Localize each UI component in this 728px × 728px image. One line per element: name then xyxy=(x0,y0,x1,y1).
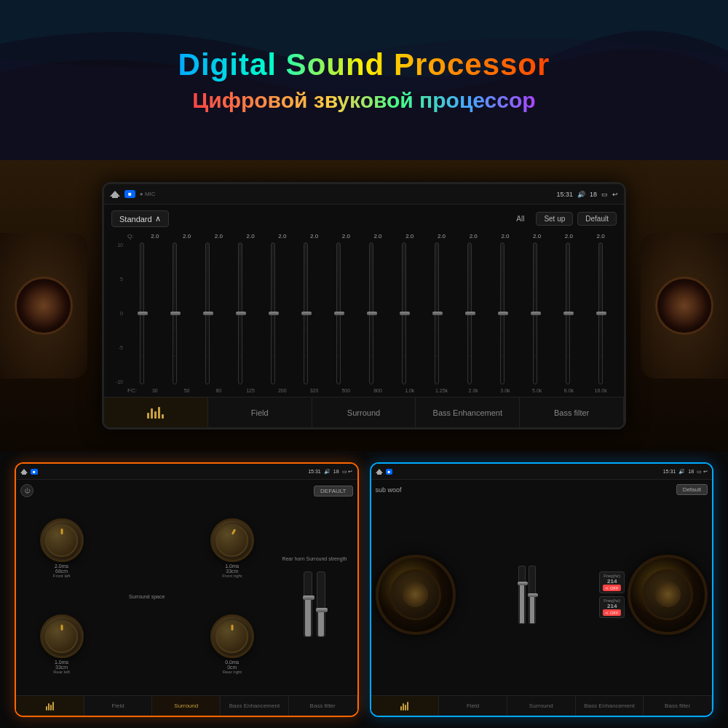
sub-header-row: sub woof Default xyxy=(376,484,708,495)
eq-slider-5[interactable] xyxy=(290,242,321,384)
left-tab-bass-filter[interactable]: Bass filter xyxy=(289,696,357,716)
bottom-section: ■ 15:31 🔊 18 ▭ ↩ ⏻ DEFAULT xyxy=(0,451,728,728)
tab-field[interactable]: Field xyxy=(208,397,312,427)
grid-line-3 xyxy=(173,355,176,356)
eq-slider-11[interactable] xyxy=(487,242,518,384)
left-tab-field[interactable]: Field xyxy=(84,696,153,716)
crossover-switch-1[interactable]: Freq(hz) 214 ≺ OFF xyxy=(599,571,625,593)
q-val-14: 2.0 xyxy=(585,233,617,240)
crossover-fill-2 xyxy=(530,595,534,623)
knob-circle-rear-right[interactable] xyxy=(210,614,254,658)
knob-marker-rear-right xyxy=(231,625,233,630)
right-tab-surround[interactable]: Surround xyxy=(507,696,576,716)
eq-track-4 xyxy=(271,242,275,384)
eq-handle-13 xyxy=(563,312,574,315)
knob-circle-front-right[interactable] xyxy=(210,518,254,562)
eq-slider-7[interactable] xyxy=(355,242,387,384)
tab-bass-filter[interactable]: Bass filter xyxy=(520,397,624,427)
eq-track-10 xyxy=(467,242,472,384)
eq-fc-row: FC: 3050801252003205008001.0k1.25k2.0k3.… xyxy=(111,387,617,394)
grid-line-1 xyxy=(272,299,274,300)
rear-slider-2[interactable] xyxy=(317,571,325,637)
power-button-left[interactable]: ⏻ xyxy=(20,484,33,497)
eq-slider-2[interactable] xyxy=(191,242,223,384)
eq-slider-1[interactable] xyxy=(159,242,190,384)
eq-slider-12[interactable] xyxy=(520,242,551,384)
eq-track-6 xyxy=(336,242,341,384)
q-val-0: 2.0 xyxy=(139,233,171,240)
right-status-left: ■ xyxy=(376,469,393,475)
right-tab-bass-filter[interactable]: Bass filter xyxy=(644,696,712,716)
left-tab-eq[interactable] xyxy=(16,696,84,716)
eq-slider-4[interactable] xyxy=(257,242,288,384)
tab-surround[interactable]: Surround xyxy=(312,397,416,427)
default-button-right[interactable]: Default xyxy=(676,484,708,495)
crossover-switch-2[interactable]: Freq(hz) 214 ≺ OFF xyxy=(599,596,625,618)
knob-pos-front-right: Front right xyxy=(222,574,242,578)
left-tab-bass-enhance[interactable]: Bass Enhancement xyxy=(221,696,289,716)
eq-slider-6[interactable] xyxy=(323,242,354,384)
grid-line-1 xyxy=(435,299,438,300)
eq-track-14 xyxy=(598,242,603,384)
eq-handle-10 xyxy=(465,312,475,315)
eq-slider-8[interactable] xyxy=(389,242,420,384)
crossover-track-2[interactable] xyxy=(529,566,536,624)
right-volume-icon: 🔊 xyxy=(678,469,685,475)
eq-track-11 xyxy=(500,242,505,384)
eq-track-8 xyxy=(402,242,406,384)
sub-body: Freq(hz) 214 ≺ OFF Freq(hz) 214 ≺ OFF xyxy=(376,498,708,691)
eq-handle-12 xyxy=(531,312,541,315)
preset-button[interactable]: Standard ∧ xyxy=(111,210,169,227)
fc-val-0: 30 xyxy=(139,388,171,393)
eq-sliders xyxy=(126,242,617,384)
default-button-left[interactable]: DEFAULT xyxy=(314,486,352,496)
eq-slider-14[interactable] xyxy=(585,242,617,384)
right-tab-eq[interactable] xyxy=(371,696,440,716)
knob-label-rear-left: 33cm xyxy=(55,665,68,670)
grid-line-2 xyxy=(534,328,537,328)
all-button[interactable]: All xyxy=(509,213,531,225)
grid-line-1 xyxy=(304,299,307,300)
chevron-up-icon: ∧ xyxy=(155,214,161,223)
grid-line-2 xyxy=(206,328,209,328)
right-speaker-center xyxy=(655,582,681,607)
eq-slider-13[interactable] xyxy=(553,242,584,384)
eq-area: Q: 2.0 2.0 2.0 2.0 2.0 2.0 2.0 2.0 2.0 2… xyxy=(111,233,617,394)
knob-inner-rear-right xyxy=(215,620,248,653)
right-tab-field[interactable]: Field xyxy=(439,696,507,716)
eq-q-row: Q: 2.0 2.0 2.0 2.0 2.0 2.0 2.0 2.0 2.0 2… xyxy=(111,233,617,240)
right-status-right: 15:31 🔊 18 ▭ ↩ xyxy=(663,469,708,475)
crossover-fill-1 xyxy=(520,583,524,623)
fc-val-14: 16.0k xyxy=(585,388,617,393)
volume-icon: 🔊 xyxy=(577,191,585,198)
right-tab-bass-enhance[interactable]: Bass Enhancement xyxy=(576,696,644,716)
grid-line-2 xyxy=(599,328,602,328)
eq-handle-6 xyxy=(334,312,344,315)
grid-line-3 xyxy=(239,355,242,356)
knob-circle-front-left[interactable] xyxy=(40,518,84,562)
eq-handle-1 xyxy=(170,312,181,315)
knob-label-front-right: 33cm xyxy=(226,569,238,574)
screen-header: ■ ● MIC 15:31 🔊 18 ▭ ↩ xyxy=(104,184,624,205)
eq-slider-9[interactable] xyxy=(422,242,453,384)
q-val-2: 2.0 xyxy=(202,233,234,240)
crossover-sliders xyxy=(459,566,597,624)
left-tab-surround[interactable]: Surround xyxy=(152,696,221,716)
tab-bass-enhancement[interactable]: Bass Enhancement xyxy=(416,397,520,427)
tab-eq[interactable] xyxy=(104,397,208,427)
eq-slider-0[interactable] xyxy=(126,242,157,384)
setup-button[interactable]: Set up xyxy=(536,212,573,226)
left-mini-tabs: Field Surround Bass Enhancement Bass fil… xyxy=(16,695,357,716)
knob-circle-rear-left[interactable] xyxy=(40,614,84,658)
eq-slider-10[interactable] xyxy=(454,242,486,384)
crossover-track-1[interactable] xyxy=(518,566,526,624)
home-icon xyxy=(110,191,120,198)
default-button[interactable]: Default xyxy=(577,212,617,226)
eq-slider-3[interactable] xyxy=(224,242,256,384)
grid-line-2 xyxy=(337,328,340,328)
q-val-11: 2.0 xyxy=(489,233,521,240)
eq-track-13 xyxy=(566,242,570,384)
left-mini-body: ⏻ DEFAULT 2.0ms xyxy=(16,480,357,695)
right-mini-body: sub woof Default xyxy=(371,480,713,695)
rear-slider-1[interactable] xyxy=(304,571,312,637)
